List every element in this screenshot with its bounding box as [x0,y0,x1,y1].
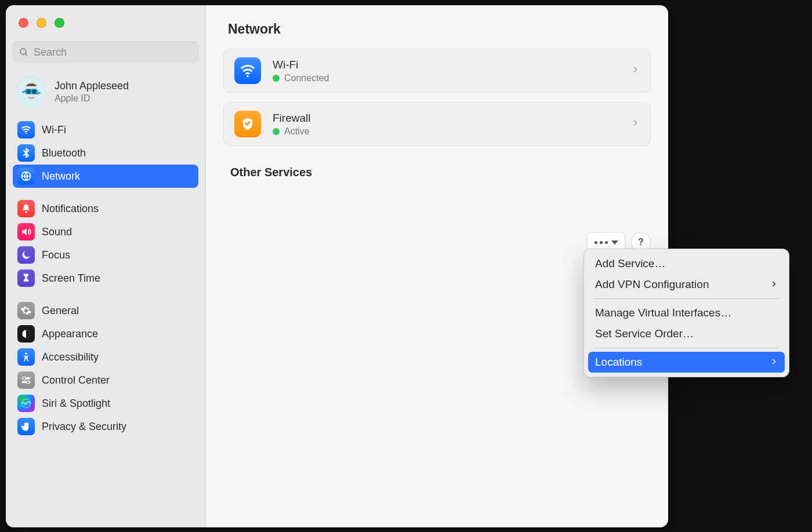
sidebar-item-wifi[interactable]: Wi-Fi [13,118,198,141]
sidebar-item-label: Bluetooth [42,147,86,159]
account-subtitle: Apple ID [55,93,129,104]
system-settings-window: John Appleseed Apple ID Wi-Fi Bluetooth [6,5,668,527]
moon-icon [17,246,35,264]
service-status: Active [284,126,310,137]
service-title: Wi-Fi [273,59,329,71]
more-menu-popup: Add Service… Add VPN Configuration Manag… [583,249,789,377]
hand-icon [17,418,35,435]
svg-line-1 [25,53,27,56]
sidebar-item-siri-spotlight[interactable]: Siri & Spotlight [13,392,198,415]
other-services-heading: Other Services [223,146,651,186]
sidebar-item-label: Notifications [42,203,99,215]
service-row-wifi[interactable]: Wi-Fi Connected [223,49,651,93]
appearance-icon [17,325,35,342]
close-window-button[interactable] [19,18,28,28]
sidebar-item-label: Accessibility [42,351,99,363]
sidebar-item-label: Network [42,170,80,183]
chevron-right-icon [770,356,778,369]
hourglass-icon [17,269,35,287]
sidebar-item-focus[interactable]: Focus [13,243,198,267]
svg-point-10 [25,353,27,355]
page-title: Network [223,5,651,49]
ellipsis-icon [594,241,608,244]
sidebar-item-privacy-security[interactable]: Privacy & Security [13,415,198,438]
chevron-right-icon [630,118,640,130]
bell-icon [17,200,35,217]
status-dot-icon [273,128,280,135]
sidebar-item-label: Screen Time [42,272,100,285]
status-dot-icon [273,75,280,82]
menu-separator [594,298,779,299]
svg-point-8 [25,211,27,213]
svg-point-4 [26,89,31,94]
svg-point-14 [27,381,30,384]
svg-point-0 [20,49,26,54]
sidebar-item-general[interactable]: General [13,299,198,322]
sidebar: John Appleseed Apple ID Wi-Fi Bluetooth [6,5,206,527]
sidebar-item-network[interactable]: Network [13,165,198,188]
account-row[interactable]: John Appleseed Apple ID [6,71,205,116]
search-field[interactable] [13,42,198,63]
sidebar-item-label: Appearance [42,328,98,340]
account-name: John Appleseed [55,80,129,92]
sidebar-item-control-center[interactable]: Control Center [13,369,198,392]
menu-item-add-service[interactable]: Add Service… [588,253,785,274]
menu-item-locations[interactable]: Locations [588,352,785,373]
svg-point-6 [26,133,27,134]
menu-item-label: Set Service Order… [595,327,694,340]
service-title: Firewall [273,112,310,125]
chevron-right-icon [770,278,778,291]
chevron-right-icon [630,65,640,76]
menu-item-label: Add VPN Configuration [595,278,709,291]
sidebar-item-notifications[interactable]: Notifications [13,197,198,220]
help-label: ? [638,237,644,247]
account-text: John Appleseed Apple ID [55,80,129,104]
service-status: Connected [284,73,329,83]
minimize-window-button[interactable] [37,18,46,28]
menu-item-manage-virtual[interactable]: Manage Virtual Interfaces… [588,303,785,323]
sidebar-item-label: Sound [42,226,72,238]
service-row-firewall[interactable]: Firewall Active [223,102,651,146]
sliders-icon [17,371,35,389]
accessibility-icon [17,348,35,366]
sidebar-item-label: Control Center [42,374,110,387]
globe-icon [17,167,35,185]
menu-item-add-vpn[interactable]: Add VPN Configuration [588,274,785,295]
sidebar-item-label: Privacy & Security [42,421,126,433]
firewall-icon [234,111,261,137]
svg-point-13 [23,377,26,380]
bluetooth-icon [17,144,35,162]
search-icon [19,47,29,57]
menu-separator [594,348,779,348]
sidebar-item-accessibility[interactable]: Accessibility [13,345,198,369]
menu-item-set-service-order[interactable]: Set Service Order… [588,323,785,344]
speaker-icon [17,223,35,241]
svg-point-15 [22,399,31,408]
services-list: Wi-Fi Connected Firewall [223,49,651,146]
sidebar-item-label: Siri & Spotlight [42,398,110,410]
sidebar-item-label: Wi-Fi [42,124,66,136]
avatar [16,76,46,107]
wifi-icon [17,121,35,139]
sidebar-item-sound[interactable]: Sound [13,220,198,243]
sidebar-item-screen-time[interactable]: Screen Time [13,267,198,290]
maximize-window-button[interactable] [55,18,64,28]
sidebar-item-label: General [42,305,79,317]
svg-point-5 [32,89,37,94]
menu-item-label: Add Service… [595,257,665,270]
sidebar-item-appearance[interactable]: Appearance [13,322,198,345]
svg-point-16 [246,75,249,78]
window-controls [6,5,205,38]
sidebar-item-label: Focus [42,249,70,261]
gear-icon [17,302,35,319]
sidebar-item-bluetooth[interactable]: Bluetooth [13,141,198,165]
sidebar-list: Wi-Fi Bluetooth Network [6,116,205,450]
wifi-icon [234,57,261,84]
menu-item-label: Locations [595,356,642,369]
chevron-down-icon [611,241,618,245]
siri-icon [17,395,35,412]
menu-item-label: Manage Virtual Interfaces… [595,307,731,319]
search-input[interactable] [34,46,193,59]
